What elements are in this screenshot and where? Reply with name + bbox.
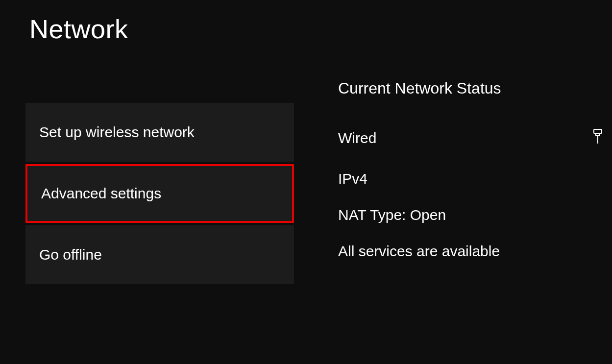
service-status: All services are available xyxy=(338,243,612,260)
connection-type-row: Wired xyxy=(338,129,612,147)
svg-rect-0 xyxy=(594,129,602,133)
menu-item-label: Advanced settings xyxy=(41,185,161,202)
menu-item-setup-wireless[interactable]: Set up wireless network xyxy=(25,103,294,162)
ip-version: IPv4 xyxy=(338,170,612,187)
network-settings-page: Network Set up wireless network Advanced… xyxy=(0,0,612,364)
svg-rect-1 xyxy=(596,133,600,136)
menu-item-label: Set up wireless network xyxy=(39,124,195,141)
menu-item-go-offline[interactable]: Go offline xyxy=(25,225,294,284)
ethernet-icon xyxy=(592,129,603,147)
status-heading: Current Network Status xyxy=(338,79,612,97)
connection-type-label: Wired xyxy=(338,130,376,146)
network-status-panel: Current Network Status Wired IPv4 NAT Ty… xyxy=(338,79,612,279)
menu-item-label: Go offline xyxy=(39,246,102,263)
settings-menu: Set up wireless network Advanced setting… xyxy=(25,103,294,287)
nat-type: NAT Type: Open xyxy=(338,207,612,223)
menu-item-advanced-settings[interactable]: Advanced settings xyxy=(25,164,294,223)
page-title: Network xyxy=(29,14,128,44)
